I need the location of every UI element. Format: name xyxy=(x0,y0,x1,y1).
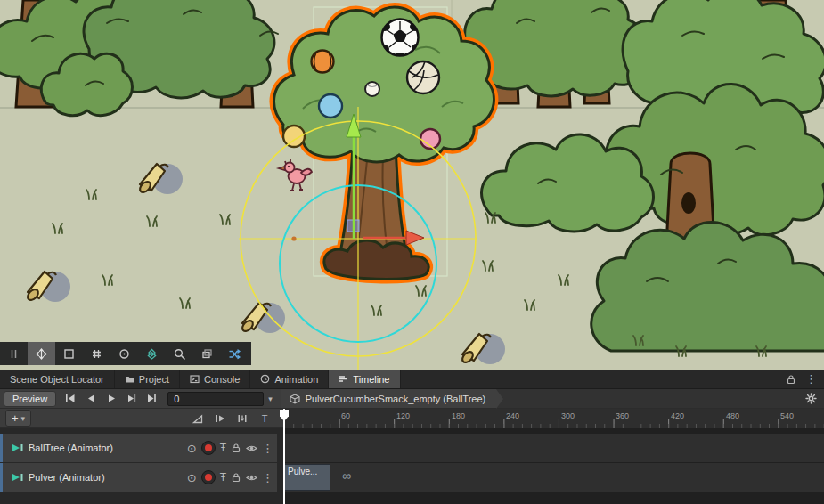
go-to-start-button[interactable] xyxy=(60,391,80,407)
cube-icon xyxy=(290,394,300,404)
blue-ball[interactable] xyxy=(319,94,342,118)
transport-controls xyxy=(60,391,162,407)
animator-track-icon xyxy=(12,472,24,483)
record-dot xyxy=(205,474,212,481)
volleyball[interactable] xyxy=(407,61,439,93)
infinity-icon: ∞ xyxy=(342,469,351,482)
ruler-label: 120 xyxy=(396,411,410,420)
record-button[interactable] xyxy=(201,441,216,455)
object-picker-icon[interactable]: ⊙ xyxy=(187,472,197,484)
track-name: Pulver (Animator) xyxy=(29,472,183,483)
caret-down-icon: ▾ xyxy=(21,414,26,423)
lock-icon[interactable] xyxy=(231,443,241,453)
ruler-label: 300 xyxy=(561,411,575,420)
tab-project[interactable]: Project xyxy=(115,370,180,388)
tab-label: Project xyxy=(139,374,169,385)
timeline-header: Preview ▾ PulverCucumberSmack_empty (Bal… xyxy=(0,389,824,409)
mix-mode-icon[interactable] xyxy=(190,411,206,427)
folder-icon xyxy=(125,374,135,384)
scene-canvas[interactable] xyxy=(0,0,824,370)
ruler-label: 360 xyxy=(616,411,629,420)
clock-icon xyxy=(260,374,270,384)
pivot-dot xyxy=(291,236,296,240)
tab-label: Timeline xyxy=(353,374,389,385)
track-accent xyxy=(0,434,3,462)
ruler-label: 60 xyxy=(341,411,350,420)
scene-view[interactable] xyxy=(0,0,824,370)
previous-frame-button[interactable] xyxy=(80,391,101,407)
next-frame-button[interactable] xyxy=(121,391,142,407)
breadcrumb[interactable]: PulverCucumberSmack_empty (BallTree) xyxy=(281,389,497,408)
timeline-toolbar-row: + ▾ Ŧ 60 120 180 240 300 360 420 480 540 xyxy=(0,409,824,428)
playhead[interactable] xyxy=(283,409,285,504)
frame-options-caret-icon[interactable]: ▾ xyxy=(264,394,277,403)
grid-tool-button[interactable] xyxy=(83,342,110,365)
animator-track-icon xyxy=(12,443,24,453)
edit-mode-group: Ŧ xyxy=(190,411,273,427)
zoom-tool-button[interactable] xyxy=(166,342,193,365)
add-track-label: + xyxy=(12,411,19,425)
ruler-label: 480 xyxy=(726,411,739,420)
object-picker-icon[interactable]: ⊙ xyxy=(187,443,197,454)
pin-icon[interactable]: Ŧ xyxy=(257,411,273,427)
track-row-balltree: BallTree (Animator) ⊙ Ŧ ⋮ xyxy=(0,434,824,462)
record-button[interactable] xyxy=(201,470,216,484)
play-button[interactable] xyxy=(101,391,121,407)
track-lane-balltree[interactable] xyxy=(283,434,824,462)
sprite-tool-button[interactable] xyxy=(138,342,166,365)
pin-icon[interactable]: Ŧ xyxy=(220,472,226,483)
console-icon xyxy=(190,374,200,384)
tab-label: Scene Object Locator xyxy=(10,374,104,385)
add-track-button[interactable]: + ▾ xyxy=(5,410,31,427)
tab-label: Animation xyxy=(274,374,318,385)
ruler-label: 180 xyxy=(452,411,465,420)
tab-scene-object-locator[interactable]: Scene Object Locator xyxy=(0,370,115,388)
track-lane-pulver[interactable]: Pulve... ∞ xyxy=(283,463,824,492)
track-header-pulver[interactable]: Pulver (Animator) ⊙ Ŧ ⋮ xyxy=(0,463,277,492)
track-accent xyxy=(0,463,3,492)
move-tool-button[interactable] xyxy=(28,342,55,365)
eye-icon[interactable] xyxy=(246,473,257,483)
scene-toolbar xyxy=(0,342,251,365)
baseball[interactable] xyxy=(365,82,379,96)
tab-animation[interactable]: Animation xyxy=(250,370,329,388)
gear-icon[interactable] xyxy=(798,393,824,404)
tab-label: Console xyxy=(204,374,240,385)
track-menu-icon[interactable]: ⋮ xyxy=(262,443,273,454)
preview-toggle-button[interactable]: Preview xyxy=(4,391,56,407)
timeline-tracks-area: BallTree (Animator) ⊙ Ŧ ⋮ Pulve... ∞ Pul… xyxy=(0,428,824,504)
timeline-ruler[interactable]: 60 120 180 240 300 360 420 480 540 xyxy=(283,409,824,428)
current-frame-input[interactable] xyxy=(167,392,264,406)
track-row-pulver: Pulve... ∞ Pulver (Animator) ⊙ Ŧ ⋮ xyxy=(0,463,824,492)
ruler-label: 540 xyxy=(780,411,794,420)
layers-tool-button[interactable] xyxy=(193,342,221,365)
ruler-label: 420 xyxy=(671,411,684,420)
replace-mode-icon[interactable] xyxy=(234,411,250,427)
track-header-balltree[interactable]: BallTree (Animator) ⊙ Ŧ ⋮ xyxy=(0,434,277,462)
track-name: BallTree (Animator) xyxy=(29,443,183,453)
window-menu-icon[interactable]: ⋮ xyxy=(805,373,817,385)
rotate-tool-button[interactable] xyxy=(110,342,138,365)
breadcrumb-bar: PulverCucumberSmack_empty (BallTree) xyxy=(281,389,824,408)
tab-timeline[interactable]: Timeline xyxy=(329,370,400,388)
timeline-icon xyxy=(339,374,348,384)
track-menu-icon[interactable]: ⋮ xyxy=(262,472,273,484)
lock-icon[interactable] xyxy=(786,374,796,385)
ripple-mode-icon[interactable] xyxy=(212,411,228,427)
tab-console[interactable]: Console xyxy=(180,370,250,388)
unity-editor: { "colors": { "selection_outline": "#ff7… xyxy=(0,0,824,504)
pin-icon[interactable]: Ŧ xyxy=(220,443,226,453)
ruler-label: 240 xyxy=(506,411,519,420)
drag-handle-icon[interactable] xyxy=(0,342,28,365)
shuffle-tool-button[interactable] xyxy=(221,342,249,365)
lock-icon[interactable] xyxy=(231,472,241,483)
pumpkin[interactable] xyxy=(312,51,334,73)
record-dot xyxy=(205,444,212,451)
go-to-end-button[interactable] xyxy=(142,391,162,407)
timeline-clip[interactable]: Pulve... xyxy=(283,464,330,491)
rect-tool-button[interactable] xyxy=(55,342,83,365)
breadcrumb-title: PulverCucumberSmack_empty (BallTree) xyxy=(306,394,486,404)
eye-icon[interactable] xyxy=(246,443,257,453)
window-tab-bar: Scene Object Locator Project Console Ani… xyxy=(0,370,824,389)
